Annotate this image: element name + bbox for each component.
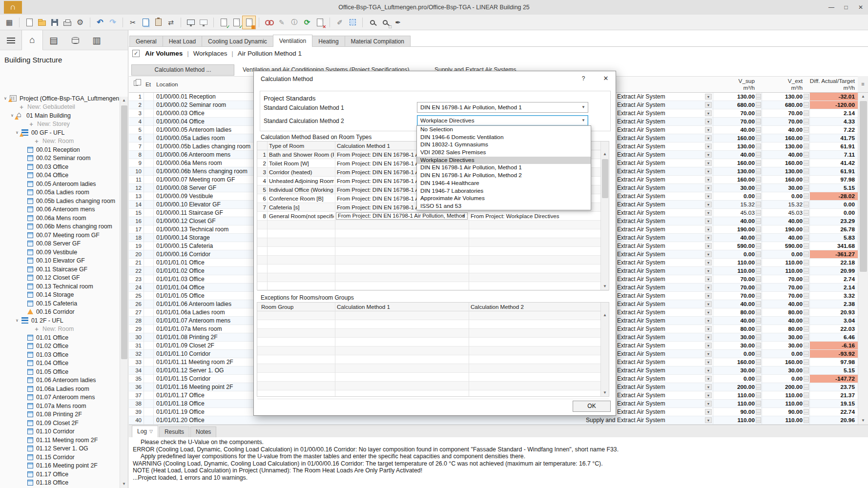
tree-item[interactable]: 01.03 Office	[0, 350, 119, 359]
column-et[interactable]: Et	[145, 81, 151, 88]
settings-icon[interactable]: ⚙	[74, 16, 86, 29]
tree-item[interactable]: 01.15 Corridor	[0, 453, 119, 462]
dropdown-option[interactable]: VDI 2082 Sales Premises	[417, 149, 591, 157]
v-sup-value[interactable]: 110.00	[713, 267, 755, 275]
log-tab-notes[interactable]: Notes	[190, 427, 216, 437]
v-sup-value[interactable]: 80.00	[713, 325, 755, 333]
ellipsis-button[interactable]: …	[756, 376, 761, 382]
info-badge-icon[interactable]: ⓘ	[288, 16, 301, 29]
column-v-ext[interactable]: V_extm³/h	[762, 78, 803, 91]
chevron-down-icon[interactable]: ▼	[705, 343, 712, 348]
ellipsis-button[interactable]: …	[804, 293, 809, 299]
ellipsis-button[interactable]: …	[756, 384, 761, 390]
ellipsis-button[interactable]: …	[804, 343, 809, 348]
v-ext-value[interactable]: 40.00	[762, 300, 803, 308]
v-sup-value[interactable]: 30.00	[713, 342, 755, 349]
log-tab-results[interactable]: Results	[159, 427, 189, 437]
dropdown-option[interactable]: Workplace Directives	[417, 157, 591, 164]
dropdown-option[interactable]: DIN EN 16798-1 Air Pollution, Method 2	[417, 172, 591, 180]
tree-item[interactable]: 01.11 Meeting room 2F	[0, 436, 119, 445]
ellipsis-button[interactable]: …	[804, 417, 809, 423]
chevron-down-icon[interactable]: ▼	[460, 213, 467, 219]
scroll-up-icon[interactable]: ▲	[120, 97, 128, 104]
v-sup-value[interactable]: 130.00	[713, 167, 755, 175]
table-row[interactable]: 4001/01/01.20 OfficeSupply and Extract A…	[129, 416, 868, 425]
chevron-down-icon[interactable]: ▼	[705, 251, 712, 257]
delete-document-icon[interactable]: ✕	[313, 16, 326, 29]
chevron-down-icon[interactable]: ▼	[705, 268, 712, 274]
v-sup-value[interactable]: 680.00	[713, 101, 755, 109]
chevron-down-icon[interactable]: ▼	[705, 367, 712, 373]
ellipsis-button[interactable]: …	[756, 218, 761, 224]
frame-front-icon[interactable]	[197, 16, 210, 29]
tab-ventilation[interactable]: Ventilation	[273, 35, 312, 47]
column-calc-method-1[interactable]: Calculation Method 1	[337, 303, 390, 311]
column-location[interactable]: Location	[156, 81, 178, 88]
v-sup-value[interactable]: 160.00	[713, 176, 755, 183]
sidebar-tab-building-structure[interactable]: ⌂	[21, 30, 43, 50]
tab-material-compilation[interactable]: Material Compilation	[345, 36, 411, 47]
chevron-down-icon[interactable]: ▼	[705, 409, 712, 415]
ellipsis-button[interactable]: …	[804, 326, 809, 332]
v-ext-value[interactable]: 0.00	[762, 375, 803, 383]
ellipsis-button[interactable]: …	[804, 94, 809, 100]
chevron-down-icon[interactable]: ▼	[705, 235, 712, 241]
tree-item[interactable]: 00.06 Anteroom mens	[0, 205, 119, 214]
v-sup-value[interactable]: 45.03	[713, 209, 755, 217]
ellipsis-button[interactable]: …	[756, 334, 761, 340]
ellipsis-button[interactable]: …	[804, 285, 809, 290]
v-sup-value[interactable]: 70.00	[713, 118, 755, 125]
save-icon[interactable]	[48, 16, 61, 29]
ellipsis-button[interactable]: …	[756, 226, 761, 232]
dropdown-option[interactable]: DIN 18032-1 Gymnasiums	[417, 141, 591, 149]
ellipsis-button[interactable]: …	[756, 202, 761, 207]
ellipsis-button[interactable]: …	[804, 185, 809, 191]
chevron-down-icon[interactable]: ▼	[705, 168, 712, 174]
v-sup-value[interactable]: 30.00	[713, 184, 755, 192]
v-ext-value[interactable]: 40.00	[762, 217, 803, 225]
ellipsis-button[interactable]: …	[756, 367, 761, 373]
tree-item[interactable]: 00.15 Cafeteria	[0, 299, 119, 308]
scroll-down-icon[interactable]: ▼	[601, 283, 609, 290]
v-ext-value[interactable]: 130.00	[762, 167, 803, 175]
link-elements-icon[interactable]	[263, 16, 275, 29]
column-v-sup[interactable]: V_supm³/h	[713, 78, 755, 91]
scrollbar-thumb[interactable]	[602, 159, 608, 198]
v-sup-value[interactable]: 90.00	[713, 408, 755, 416]
room-types-scrollbar[interactable]: ▲ ▼	[600, 142, 609, 290]
ellipsis-button[interactable]: …	[804, 102, 809, 108]
ellipsis-button[interactable]: …	[804, 135, 809, 141]
maximize-icon[interactable]: □	[839, 0, 853, 15]
chevron-down-icon[interactable]: ▼	[705, 351, 712, 357]
ellipsis-button[interactable]: …	[756, 135, 761, 141]
ellipsis-button[interactable]: …	[804, 384, 809, 390]
v-ext-value[interactable]: 80.00	[762, 325, 803, 333]
v-sup-value[interactable]: 40.00	[713, 151, 755, 159]
ellipsis-button[interactable]: …	[804, 318, 809, 324]
apps-grid-icon[interactable]: ▦	[3, 16, 16, 29]
scroll-up-icon[interactable]: ▲	[601, 311, 609, 319]
v-sup-value[interactable]: 0.00	[713, 350, 755, 358]
scroll-down-icon[interactable]: ▼	[858, 417, 868, 425]
chevron-down-icon[interactable]: ▼	[705, 202, 712, 207]
ellipsis-button[interactable]: …	[756, 110, 761, 116]
ellipsis-button[interactable]: …	[804, 143, 809, 149]
tree-item[interactable]: 01.05 Office	[0, 367, 119, 376]
v-ext-value[interactable]: 80.00	[762, 308, 803, 316]
chevron-down-icon[interactable]: ▼	[705, 102, 712, 108]
tree-item[interactable]: 01.10 Corridor	[0, 427, 119, 436]
chevron-down-icon[interactable]: ▼	[705, 185, 712, 191]
column-options-icon[interactable]: ≡	[858, 76, 868, 93]
chevron-down-icon[interactable]: ▼	[705, 160, 712, 166]
v-ext-value[interactable]: 30.00	[762, 342, 803, 349]
chevron-down-icon[interactable]: ▼	[705, 119, 712, 124]
undo-icon[interactable]: ↶	[94, 16, 106, 29]
ellipsis-button[interactable]: …	[804, 243, 809, 249]
v-sup-value[interactable]: 70.00	[713, 109, 755, 117]
ellipsis-button[interactable]: …	[804, 152, 809, 158]
ellipsis-button[interactable]: …	[756, 301, 761, 307]
column-diff-actual-target[interactable]: Diff. Actual/Targetm³/h	[809, 78, 855, 91]
v-sup-value[interactable]: 0.00	[713, 250, 755, 258]
chevron-down-icon[interactable]: ▼	[705, 243, 712, 249]
v-sup-value[interactable]: 15.32	[713, 201, 755, 208]
